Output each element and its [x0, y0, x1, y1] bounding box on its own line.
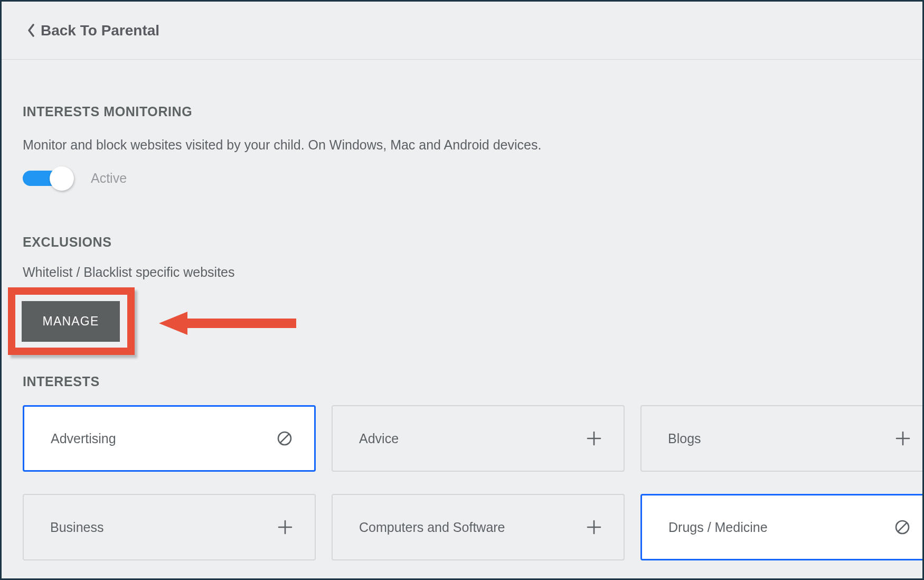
back-to-parental-link[interactable]: Back To Parental [27, 22, 159, 39]
back-label: Back To Parental [41, 22, 159, 39]
interest-tile-label: Blogs [668, 431, 701, 446]
header-bar: Back To Parental [2, 2, 922, 60]
svg-line-12 [898, 523, 907, 532]
monitoring-toggle-row: Active [23, 171, 901, 186]
annotation-arrow-left-icon [159, 312, 296, 335]
plus-icon [894, 430, 911, 447]
plus-icon [586, 519, 602, 536]
content-area: INTERESTS MONITORING Monitor and block w… [2, 60, 922, 560]
interest-tile[interactable]: Advice [332, 405, 625, 472]
interest-tile[interactable]: Computers and Software [332, 494, 625, 560]
block-icon [894, 519, 911, 536]
block-icon [276, 430, 293, 447]
app-frame: Back To Parental INTERESTS MONITORING Mo… [0, 0, 924, 580]
interest-tile[interactable]: Business [23, 494, 316, 560]
plus-icon [277, 519, 294, 536]
exclusions-title: EXCLUSIONS [23, 235, 901, 250]
monitoring-toggle-label: Active [91, 171, 127, 186]
interests-monitoring-title: INTERESTS MONITORING [23, 104, 901, 119]
svg-line-2 [280, 434, 289, 443]
interest-tile[interactable]: Advertising [23, 405, 316, 472]
manage-button[interactable]: MANAGE [22, 301, 120, 342]
chevron-left-icon [27, 24, 35, 37]
monitoring-toggle[interactable] [23, 171, 70, 186]
interest-tile-label: Advertising [51, 431, 116, 446]
interests-monitoring-desc: Monitor and block websites visited by yo… [23, 137, 901, 153]
manage-highlight-annotation: MANAGE [8, 287, 135, 355]
interest-tile-label: Business [50, 520, 103, 535]
interest-tile[interactable]: Drugs / Medicine [640, 494, 924, 560]
toggle-knob [50, 166, 74, 191]
interest-tile-label: Computers and Software [359, 520, 505, 535]
interests-grid: AdvertisingAdviceBlogsBusinessComputers … [23, 405, 901, 560]
interest-tile[interactable]: Blogs [640, 405, 924, 472]
exclusions-desc: Whitelist / Blacklist specific websites [23, 265, 901, 280]
interest-tile-label: Drugs / Medicine [668, 520, 768, 535]
plus-icon [586, 430, 602, 447]
interests-section-title: INTERESTS [23, 374, 901, 389]
interest-tile-label: Advice [359, 431, 399, 446]
svg-marker-0 [159, 312, 296, 335]
